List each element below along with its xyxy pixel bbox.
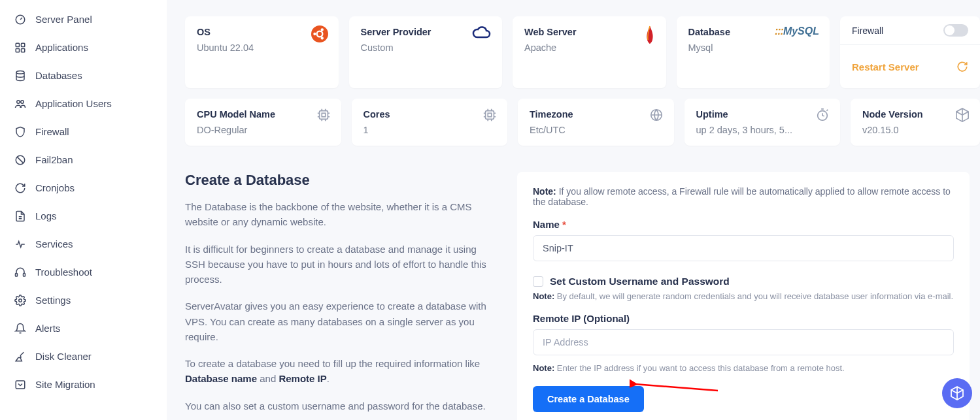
info-card-uptime: Uptime up 2 days, 3 hours, 5... (684, 99, 841, 146)
ban-icon (14, 154, 26, 166)
remote-ip-input[interactable] (533, 329, 954, 355)
sidebar-item-settings[interactable]: Settings (0, 286, 167, 314)
info-paragraph: To create a database you need to fill up… (185, 356, 499, 387)
info-card-cpu: CPU Model Name DO-Regular (185, 99, 341, 146)
sidebar-item-logs[interactable]: Logs (0, 202, 167, 230)
info-row-2: CPU Model Name DO-Regular Cores 1 Timezo… (185, 99, 980, 146)
firewall-toggle[interactable] (943, 24, 968, 37)
info-card-database: Database Mysql :::MySQL (677, 16, 830, 88)
info-card-node: Node Version v20.15.0 (851, 99, 980, 146)
info-row-1: OS Ubuntu 22.04 Server Provider Custom W… (185, 16, 980, 88)
sidebar-item-applications[interactable]: Applications (0, 33, 167, 61)
users-icon (14, 98, 26, 110)
info-card-provider: Server Provider Custom (349, 16, 503, 88)
card-value: Etc/UTC (530, 125, 662, 135)
sidebar-item-label: Site Migration (35, 379, 95, 390)
sidebar-item-label: Settings (35, 295, 71, 306)
info-card-webserver: Web Server Apache (513, 16, 666, 88)
svg-point-6 (17, 100, 20, 103)
refresh-icon (956, 61, 968, 73)
database-name-input[interactable] (533, 235, 954, 261)
sidebar-item-alerts[interactable]: Alerts (0, 314, 167, 342)
sidebar-item-label: Disk Cleaner (35, 351, 92, 362)
card-title: Uptime (696, 109, 829, 120)
restart-server-label: Restart Server (852, 61, 919, 73)
svg-rect-21 (488, 113, 492, 117)
form-note-remote-access: Note: If you allow remote access, a Fire… (533, 186, 954, 207)
ubuntu-icon (311, 25, 328, 44)
info-paragraph: ServerAvatar gives you an easy experienc… (185, 299, 499, 344)
create-db-info: Create a Database The Database is the ba… (185, 172, 499, 420)
sidebar-item-application-users[interactable]: Application Users (0, 89, 167, 118)
sidebar-item-site-migration[interactable]: Site Migration (0, 370, 167, 398)
main-content: OS Ubuntu 22.04 Server Provider Custom W… (167, 0, 980, 420)
sidebar-item-label: Firewall (35, 126, 69, 137)
cpu-icon (316, 108, 331, 124)
sidebar-item-server-panel[interactable]: Server Panel (0, 5, 167, 33)
stopwatch-icon (815, 108, 830, 124)
gear-icon (14, 295, 26, 306)
card-title: Web Server (524, 27, 654, 37)
sidebar-item-cronjobs[interactable]: Cronjobs (0, 174, 167, 202)
info-card-os: OS Ubuntu 22.04 (185, 16, 339, 88)
info-paragraph: You can also set a custom username and p… (185, 398, 499, 413)
svg-point-15 (313, 33, 316, 35)
sidebar-item-label: Server Panel (35, 14, 92, 25)
globe-icon (649, 108, 664, 124)
sidebar-item-troubleshoot[interactable]: Troubleshoot (0, 258, 167, 286)
apps-icon (14, 42, 26, 54)
firewall-toggle-card: Firewall (840, 16, 980, 45)
restart-server-card[interactable]: Restart Server (840, 45, 980, 88)
mysql-icon: :::MySQL (775, 25, 819, 37)
card-title: Node Version (862, 109, 968, 120)
svg-rect-2 (22, 43, 25, 46)
create-db-form: Note: If you allow remote access, a Fire… (517, 172, 970, 420)
headset-icon (14, 267, 26, 278)
svg-rect-20 (486, 111, 494, 120)
svg-point-5 (16, 71, 24, 74)
refresh-icon (14, 182, 26, 194)
card-value: up 2 days, 3 hours, 5... (696, 125, 829, 135)
create-database-button[interactable]: Create a Database (533, 386, 644, 412)
card-title: Timezone (530, 109, 662, 120)
sidebar-item-services[interactable]: Services (0, 230, 167, 258)
sidebar-item-label: Services (35, 238, 73, 250)
file-icon (14, 210, 26, 222)
svg-point-17 (320, 37, 323, 39)
svg-rect-1 (16, 43, 19, 46)
sidebar-item-label: Databases (35, 70, 82, 81)
migration-icon (14, 379, 26, 391)
nodejs-icon (955, 108, 970, 125)
sidebar-item-firewall[interactable]: Firewall (0, 118, 167, 146)
svg-rect-9 (16, 273, 18, 276)
card-title: CPU Model Name (197, 109, 329, 120)
cube-icon (949, 385, 965, 401)
form-note-remote-ip: Note: Enter the IP address if you want t… (533, 363, 954, 373)
remote-ip-label: Remote IP (Optional) (533, 313, 954, 324)
name-label: Name * (533, 219, 954, 230)
svg-rect-3 (16, 48, 19, 52)
sidebar-item-databases[interactable]: Databases (0, 61, 167, 89)
sidebar-item-label: Applications (35, 42, 88, 53)
sidebar-item-label: Cronjobs (35, 182, 75, 193)
info-card-cores: Cores 1 (352, 99, 508, 146)
info-paragraph: It is difficult for beginners to create … (185, 242, 499, 287)
card-value: v20.15.0 (862, 125, 968, 135)
custom-credentials-checkbox[interactable] (533, 276, 543, 287)
database-icon (14, 70, 26, 82)
card-value: Ubuntu 22.04 (197, 42, 327, 53)
floating-help-button[interactable] (942, 378, 972, 408)
card-value: Mysql (688, 42, 819, 53)
svg-rect-18 (319, 111, 328, 120)
cloud-icon (472, 25, 492, 42)
svg-rect-12 (16, 381, 25, 389)
gauge-icon (14, 14, 26, 25)
card-title: OS (197, 27, 327, 37)
sidebar-item-fail2ban[interactable]: Fail2ban (0, 146, 167, 174)
sidebar-item-disk-cleaner[interactable]: Disk Cleaner (0, 342, 167, 370)
card-value: 1 (363, 125, 496, 135)
sidebar-item-label: Fail2ban (35, 154, 73, 165)
svg-point-7 (21, 100, 24, 103)
page-heading: Create a Database (185, 172, 499, 189)
sidebar-item-label: Alerts (35, 323, 60, 334)
